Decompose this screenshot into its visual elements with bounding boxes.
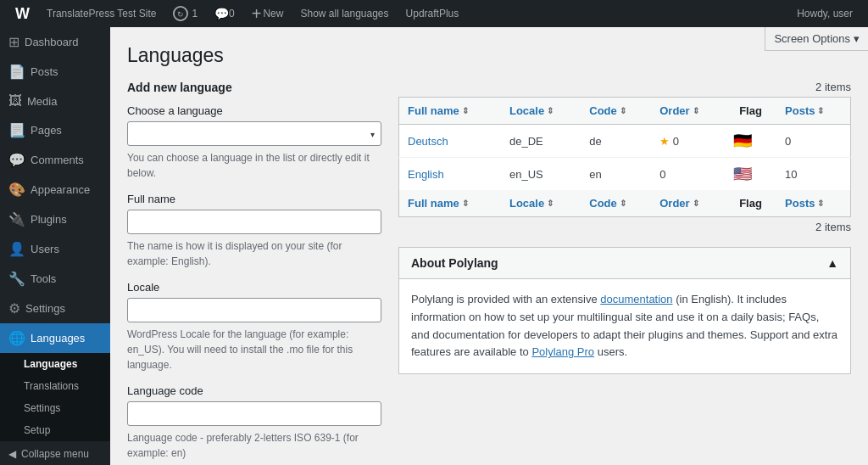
screen-options-wrap: Screen Options ▾ <box>765 27 868 51</box>
submenu-item-translations[interactable]: Translations <box>0 375 110 397</box>
row-english-order: 0 <box>651 158 725 191</box>
choose-language-group: Choose a language ▾ You can choose a lan… <box>127 104 381 181</box>
collapse-menu[interactable]: ◀ Collapse menu <box>0 441 110 465</box>
row-deutsch-locale: de_DE <box>501 125 581 158</box>
deutsch-order-val: 0 <box>673 135 679 148</box>
fullname-input[interactable] <box>127 210 381 234</box>
sidebar-item-settings[interactable]: ⚙ Settings <box>0 294 110 323</box>
language-select[interactable] <box>127 121 381 146</box>
foot-col-fullname-link[interactable]: Full name ⇕ <box>408 197 492 210</box>
sidebar-item-label: Settings <box>25 302 65 315</box>
screen-options-button[interactable]: Screen Options ▾ <box>765 27 868 51</box>
submenu-item-settings[interactable]: Settings <box>0 397 110 419</box>
code-group: Language code Language code - preferably… <box>127 384 381 461</box>
sort-icon: ⇕ <box>817 106 824 115</box>
fullname-group: Full name The name is how it is displaye… <box>127 193 381 269</box>
code-input[interactable] <box>127 401 381 426</box>
star-icon: ★ <box>659 135 670 148</box>
foot-col-order-link[interactable]: Order ⇕ <box>659 197 716 210</box>
sidebar-item-appearance[interactable]: 🎨 Appearance <box>0 175 110 204</box>
collapse-icon: ◀ <box>8 448 16 460</box>
col-flag-label: Flag <box>739 104 762 117</box>
languages-table-section: 2 items Full name ⇕ <box>398 81 851 465</box>
table-footer-row: Full name ⇕ Locale ⇕ <box>399 190 851 217</box>
sidebar-item-label: Comments <box>31 154 84 166</box>
col-fullname: Full name ⇕ <box>399 98 501 125</box>
deutsch-link[interactable]: Deutsch <box>408 135 448 148</box>
sidebar-submenu-languages: Languages Translations Settings Setup <box>0 353 110 441</box>
sort-icon: ⇕ <box>547 106 554 115</box>
foot-col-code-link[interactable]: Code ⇕ <box>589 197 643 210</box>
sidebar-item-plugins[interactable]: 🔌 Plugins <box>0 204 110 234</box>
sort-icon: ⇕ <box>462 106 469 115</box>
sidebar-item-label: Media <box>27 95 57 108</box>
fullname-description: The name is how it is displayed on your … <box>127 238 381 269</box>
locale-description: WordPress Locale for the language (for e… <box>127 327 381 373</box>
documentation-link[interactable]: documentation <box>600 293 672 305</box>
polylang-pro-link[interactable]: Polylang Pro <box>531 345 594 358</box>
foot-col-code: Code ⇕ <box>581 190 651 217</box>
site-name[interactable]: TranslatePress Test Site <box>40 0 163 27</box>
appearance-icon: 🎨 <box>8 182 25 198</box>
locale-group: Locale WordPress Locale for the language… <box>127 281 381 373</box>
foot-sort-icon: ⇕ <box>693 199 699 208</box>
settings-icon: ⚙ <box>8 300 20 317</box>
admin-bar: W TranslatePress Test Site ↻ 1 💬 0 + New… <box>0 0 868 27</box>
col-posts-label: Posts <box>785 104 815 117</box>
table-row: English en_US en 0 🇺🇸 10 <box>399 158 851 191</box>
sidebar-item-languages[interactable]: 🌐 Languages <box>0 323 110 353</box>
sidebar-item-users[interactable]: 👤 Users <box>0 234 110 264</box>
foot-col-locale-link[interactable]: Locale ⇕ <box>509 197 572 210</box>
languages-table: Full name ⇕ Locale ⇕ <box>398 97 851 217</box>
comments-item[interactable]: 💬 0 <box>208 0 242 27</box>
row-deutsch-posts: 0 <box>776 125 850 158</box>
sidebar-item-dashboard[interactable]: ⊞ Dashboard <box>0 27 110 57</box>
col-locale-link[interactable]: Locale ⇕ <box>509 104 572 117</box>
items-count-top: 2 items <box>398 81 851 93</box>
about-box-header[interactable]: About Polylang ▲ <box>399 248 850 279</box>
foot-sort-icon: ⇕ <box>547 199 554 208</box>
choose-language-description: You can choose a language in the list or… <box>127 150 381 181</box>
wp-admin: ⊞ Dashboard 📄 Posts 🖼 Media 📃 Pages 💬 Co… <box>0 0 868 465</box>
sidebar-item-label: Languages <box>31 332 85 345</box>
pages-icon: 📃 <box>8 122 25 138</box>
table-body: Deutsch de_DE de ★ 0 🇩🇪 0 <box>399 125 851 191</box>
about-title: About Polylang <box>411 256 498 270</box>
row-deutsch-flag: 🇩🇪 <box>725 125 776 158</box>
col-code-label: Code <box>589 104 617 117</box>
submenu-item-setup[interactable]: Setup <box>0 419 110 441</box>
show-all-languages[interactable]: Show all languages <box>293 0 395 27</box>
col-fullname-link[interactable]: Full name ⇕ <box>408 104 492 117</box>
foot-col-posts-link[interactable]: Posts ⇕ <box>785 197 842 210</box>
col-code-link[interactable]: Code ⇕ <box>589 104 643 117</box>
sidebar-item-tools[interactable]: 🔧 Tools <box>0 264 110 294</box>
updates-count: 1 <box>192 8 198 20</box>
main-content: Screen Options ▾ Languages Add new langu… <box>110 27 868 465</box>
table-row: Deutsch de_DE de ★ 0 🇩🇪 0 <box>399 125 851 158</box>
sidebar-item-posts[interactable]: 📄 Posts <box>0 57 110 87</box>
submenu-item-languages[interactable]: Languages <box>0 353 110 375</box>
wp-logo[interactable]: W <box>8 0 36 27</box>
foot-locale-label: Locale <box>509 197 544 210</box>
languages-icon: 🌐 <box>8 330 25 346</box>
sidebar-item-comments[interactable]: 💬 Comments <box>0 145 110 175</box>
updates-item[interactable]: ↻ 1 <box>166 0 204 27</box>
foot-order-label: Order <box>659 197 689 210</box>
page-title: Languages <box>127 44 851 67</box>
sidebar-item-label: Appearance <box>31 183 90 196</box>
foot-code-label: Code <box>589 197 617 210</box>
col-code: Code ⇕ <box>581 98 651 125</box>
howdy-user[interactable]: Howdy, user <box>790 0 860 27</box>
sidebar-item-media[interactable]: 🖼 Media <box>0 87 110 115</box>
sidebar-item-label: Users <box>31 243 59 255</box>
sidebar-item-pages[interactable]: 📃 Pages <box>0 115 110 145</box>
col-fullname-label: Full name <box>408 104 459 117</box>
col-order-link[interactable]: Order ⇕ <box>659 104 716 117</box>
table-header-row: Full name ⇕ Locale ⇕ <box>399 98 851 125</box>
updraftplus[interactable]: UpdraftPlus <box>399 0 466 27</box>
new-item[interactable]: + New <box>245 0 291 27</box>
sidebar-item-label: Dashboard <box>25 36 79 48</box>
locale-input[interactable] <box>127 298 381 322</box>
english-link[interactable]: English <box>408 168 444 181</box>
col-posts-link[interactable]: Posts ⇕ <box>785 104 842 117</box>
